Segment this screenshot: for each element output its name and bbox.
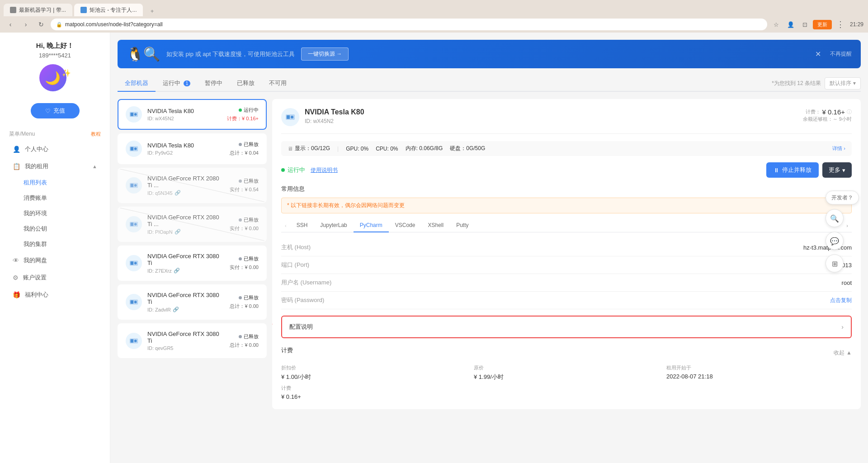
node-info-1: NVIDIA Tesla K80 ID: Py9vG2	[147, 142, 224, 156]
stop-release-btn[interactable]: ⏸ 停止并释放	[766, 162, 819, 178]
conn-tab-prev[interactable]: ‹	[281, 220, 290, 232]
bookmark-btn[interactable]: ☆	[771, 20, 782, 29]
tab-all[interactable]: 全部机器	[118, 76, 156, 92]
forward-btn[interactable]: ›	[20, 19, 32, 30]
sidebar-submenu-cluster[interactable]: 我的集群	[0, 236, 110, 252]
node-card-3[interactable]: NVIDIA GeForce RTX 2080 Ti ... ID: PlOap…	[118, 207, 267, 242]
recharge-btn[interactable]: ♡ 充值	[31, 103, 80, 118]
svg-rect-8	[131, 184, 133, 187]
more-options-btn[interactable]: 更多 ▾	[822, 162, 852, 178]
node-card-0[interactable]: NVIDIA Tesla K80 ID: wX45N2 运行中 计费：¥ 0.1…	[118, 99, 267, 130]
key-label: 我的公钥	[24, 225, 47, 232]
node-card-1[interactable]: NVIDIA Tesla K80 ID: Py9vG2 已释放 总计：¥ 0.0…	[118, 133, 267, 164]
zoom-search-btn[interactable]: 🔍	[826, 209, 844, 227]
tab-unavailable[interactable]: 不可用	[262, 76, 294, 92]
profile-btn[interactable]: 👤	[784, 20, 797, 29]
conn-tab-putty[interactable]: Putty	[450, 219, 475, 232]
sidebar-item-rental[interactable]: 📋 我的租用 ▲	[0, 158, 110, 175]
sidebar-item-disk[interactable]: 👁 我的网盘	[0, 252, 110, 269]
banner-switch-btn[interactable]: 一键切换源 →	[301, 47, 349, 61]
node-icon-5	[126, 294, 142, 310]
stats-detail-link[interactable]: 详情 ›	[832, 145, 845, 152]
node-price-1: 总计：¥ 0.04	[230, 150, 259, 156]
rental-icon: 📋	[13, 163, 20, 170]
node-card-6[interactable]: NVIDIA GeForce RTX 3080 Ti ID: qevGR5 已释…	[118, 323, 267, 358]
browser-tab-1[interactable]: 最新机器学习 | 带...	[4, 4, 72, 16]
node-price-6: 总计：¥ 0.00	[230, 342, 259, 349]
billing-label: 消费账单	[24, 194, 47, 201]
node-card-4[interactable]: NVIDIA GeForce RTX 3080 Ti ID: Z7EXrz 🔗 …	[118, 246, 267, 281]
node-card-2[interactable]: NVIDIA GeForce RTX 2080 Ti ... ID: q5N34…	[118, 168, 267, 203]
sidebar-submenu-rental-list[interactable]: 租用列表	[0, 175, 110, 190]
developer-btn[interactable]: 开发者？	[826, 191, 859, 205]
sidebar-submenu-env[interactable]: 我的环境	[0, 206, 110, 221]
config-section: 配置说明 ›	[281, 316, 852, 338]
node-card-5[interactable]: NVIDIA GeForce RTX 3080 Ti ID: ZadvlR 🔗 …	[118, 284, 267, 320]
node-id-2: ID: q5N345 🔗	[147, 190, 224, 196]
node-name-1: NVIDIA Tesla K80	[147, 142, 224, 149]
update-btn[interactable]: 更新	[813, 20, 832, 29]
node-link-4[interactable]: 🔗	[174, 268, 180, 274]
sidebar-item-account[interactable]: ⚙ 账户设置	[0, 269, 110, 286]
tab-unavailable-label: 不可用	[269, 80, 287, 86]
node-id-text-6: ID: qevGR5	[147, 345, 173, 351]
main-content: 🐧🔍 如安装 pip 或 apt 下载速度慢，可使用矩池云工具 一键切换源 → …	[110, 33, 868, 463]
password-copy-link[interactable]: 点击复制	[830, 297, 852, 303]
display-icon: 🖥	[288, 146, 293, 152]
conn-tab-xshell[interactable]: XShell	[421, 219, 450, 232]
url-text: matpool.com/user/node-list?category=all	[65, 21, 163, 28]
config-box[interactable]: 配置说明 ›	[281, 316, 852, 338]
conn-row-username: 用户名 (Username) root	[281, 274, 852, 292]
node-name-4: NVIDIA GeForce RTX 3080 Ti	[147, 253, 224, 266]
banner-no-remind[interactable]: 不再提醒	[830, 50, 852, 58]
new-tab-btn[interactable]: +	[146, 5, 157, 16]
usage-doc-link[interactable]: 使用说明书	[311, 166, 338, 174]
tab-paused[interactable]: 暂停中	[198, 76, 230, 92]
node-id-text-0: ID: wX45N2	[147, 116, 174, 121]
port-value: 27013	[509, 256, 852, 274]
conn-tab-pycharm-label: PyCharm	[360, 222, 382, 228]
node-status-text-4: 已释放	[244, 255, 259, 262]
scan-btn[interactable]: ⊞	[826, 255, 844, 273]
node-status-5: 已释放	[230, 294, 259, 301]
pause-icon: ⏸	[774, 167, 779, 174]
extend-btn[interactable]: ⊡	[800, 20, 810, 29]
rental-list-label: 租用列表	[24, 179, 47, 186]
node-price-3: 实付：¥ 0.00	[230, 225, 259, 232]
tab-running[interactable]: 运行中 1	[156, 76, 198, 92]
address-bar[interactable]: 🔒 matpool.com/user/node-list?category=al…	[51, 19, 767, 30]
start-time-value: 2022-08-07 21:18	[666, 373, 852, 380]
tab1-label: 最新机器学习 | 带...	[19, 6, 66, 14]
node-link-3[interactable]: 🔗	[175, 229, 181, 235]
conn-tab-jupyter-label: JupyterLab	[320, 222, 347, 228]
conn-tab-jupyterlab[interactable]: JupyterLab	[314, 219, 353, 232]
menu-dots-btn[interactable]: ⋮	[835, 19, 846, 29]
conn-table: 主机 (Host) hz-t3.matpool.com 端口 (Port) 27…	[281, 239, 852, 309]
conn-tab-ssh[interactable]: SSH	[290, 219, 314, 232]
sidebar-submenu-key[interactable]: 我的公钥	[0, 221, 110, 236]
back-btn[interactable]: ‹	[5, 19, 16, 30]
conn-tab-pycharm[interactable]: PyCharm	[354, 219, 389, 232]
service-btn[interactable]: 💬	[826, 232, 844, 250]
reload-btn[interactable]: ↻	[35, 19, 47, 30]
sidebar-item-personal[interactable]: 👤 个人中心	[0, 141, 110, 158]
browser-tab-2[interactable]: 矩池云 - 专注于人...	[74, 4, 143, 16]
node-link-5[interactable]: 🔗	[173, 307, 179, 312]
node-id-text-5: ID: ZadvlR	[147, 307, 171, 312]
sidebar-submenu-billing[interactable]: 消费账单	[0, 190, 110, 206]
discount-label: 折扣价	[281, 364, 467, 371]
sidebar: Hi, 晚上好！ 189****5421 🌙 ✨ ♡ 充值 菜单/Menu 教程…	[0, 33, 110, 463]
banner-close-icon[interactable]: ✕	[815, 50, 821, 58]
conn-tab-vscode[interactable]: VSCode	[389, 219, 422, 232]
sidebar-phone: 189****5421	[39, 52, 71, 59]
sidebar-item-welfare[interactable]: 🎁 福利中心	[0, 286, 110, 303]
node-id-5: ID: ZadvlR 🔗	[147, 307, 224, 312]
node-list: NVIDIA Tesla K80 ID: wX45N2 运行中 计费：¥ 0.1…	[118, 99, 267, 409]
sort-dropdown[interactable]: 默认排序 ▾	[825, 77, 861, 90]
result-count: *为您找到 12 条结果	[772, 80, 821, 87]
tab-released[interactable]: 已释放	[230, 76, 262, 92]
billing-collapse-btn[interactable]: 收起 ▲	[834, 349, 852, 357]
node-link-2[interactable]: 🔗	[175, 190, 181, 196]
node-status-6: 已释放	[230, 333, 259, 340]
node-info-6: NVIDIA GeForce RTX 3080 Ti ID: qevGR5	[147, 331, 224, 351]
